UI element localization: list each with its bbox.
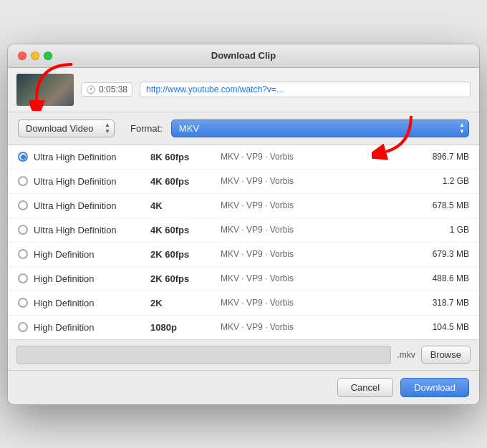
quality-name: Ultra High Definition (34, 200, 145, 211)
format-select-wrapper: MKV MP4 AVI MOV ▲ ▼ (171, 120, 469, 137)
quality-row[interactable]: Ultra High Definition4K 60fpsMKV · VP9 ·… (8, 218, 479, 243)
quality-size: 1 GB (415, 225, 469, 235)
quality-resolution: 2K 60fps (150, 249, 215, 260)
browse-button[interactable]: Browse (421, 346, 471, 364)
quality-codec: MKV · VP9 · Vorbis (221, 298, 410, 308)
download-button[interactable]: Download (400, 378, 469, 397)
quality-codec: MKV · VP9 · Vorbis (221, 200, 410, 210)
quality-row[interactable]: Ultra High Definition4K 60fpsMKV · VP9 ·… (8, 170, 479, 194)
quality-codec: MKV · VP9 · Vorbis (221, 225, 410, 235)
radio-button[interactable] (18, 152, 28, 162)
quality-codec: MKV · VP9 · Vorbis (221, 322, 410, 332)
radio-button[interactable] (18, 298, 28, 308)
quality-codec: MKV · VP9 · Vorbis (221, 152, 410, 162)
quality-list: Ultra High Definition8K 60fpsMKV · VP9 ·… (8, 145, 479, 340)
quality-row[interactable]: High Definition1080pMKV · VP9 · Vorbis10… (8, 316, 479, 339)
quality-name: High Definition (34, 249, 145, 260)
quality-size: 488.6 MB (415, 273, 469, 283)
quality-codec: MKV · VP9 · Vorbis (221, 273, 410, 283)
video-thumbnail (16, 74, 74, 106)
footer-actions: Cancel Download (8, 371, 479, 404)
type-select-wrapper: Download Video ▲ ▼ (18, 120, 115, 137)
quality-row[interactable]: High Definition2K 60fpsMKV · VP9 · Vorbi… (8, 243, 479, 267)
minimize-button[interactable] (31, 52, 39, 60)
maximize-button[interactable] (44, 52, 52, 60)
quality-row[interactable]: High Definition2KMKV · VP9 · Vorbis318.7… (8, 291, 479, 316)
quality-size: 104.5 MB (415, 322, 469, 332)
quality-name: High Definition (34, 273, 145, 284)
file-extension: .mkv (397, 350, 415, 360)
clock-icon: 🕐 (86, 85, 96, 94)
quality-size: 896.7 MB (415, 152, 469, 162)
quality-resolution: 2K (150, 298, 215, 308)
quality-resolution: 1080p (150, 322, 215, 333)
save-path-input[interactable] (16, 346, 391, 364)
quality-size: 318.7 MB (415, 298, 469, 308)
toolbar: Download Video ▲ ▼ Format: MKV MP4 AVI M… (8, 112, 479, 145)
main-window: Download Clip 🕐 0:05:38 http://www.youtu… (7, 44, 480, 405)
traffic-lights (18, 52, 52, 60)
footer-path: .mkv Browse (8, 340, 479, 371)
quality-row[interactable]: Ultra High Definition8K 60fpsMKV · VP9 ·… (8, 145, 479, 170)
quality-name: Ultra High Definition (34, 225, 145, 235)
quality-size: 678.5 MB (415, 200, 469, 210)
quality-resolution: 4K (150, 200, 215, 211)
quality-resolution: 4K 60fps (150, 176, 215, 187)
quality-name: High Definition (34, 322, 145, 333)
quality-name: High Definition (34, 298, 145, 308)
radio-button[interactable] (18, 249, 28, 259)
quality-codec: MKV · VP9 · Vorbis (221, 249, 410, 259)
quality-codec: MKV · VP9 · Vorbis (221, 176, 410, 186)
quality-name: Ultra High Definition (34, 152, 145, 162)
titlebar: Download Clip (8, 44, 479, 68)
url-display: http://www.youtube.com/watch?v=... (140, 82, 471, 97)
format-select[interactable]: MKV MP4 AVI MOV (171, 120, 469, 137)
duration-text: 0:05:38 (99, 84, 127, 94)
quality-resolution: 4K 60fps (150, 225, 215, 235)
window-title: Download Clip (211, 50, 276, 61)
quality-row[interactable]: High Definition2K 60fpsMKV · VP9 · Vorbi… (8, 267, 479, 291)
quality-row[interactable]: Ultra High Definition4KMKV · VP9 · Vorbi… (8, 194, 479, 218)
quality-name: Ultra High Definition (34, 176, 145, 187)
browser-bar: 🕐 0:05:38 http://www.youtube.com/watch?v… (8, 68, 479, 112)
type-select[interactable]: Download Video (18, 120, 115, 137)
quality-resolution: 2K 60fps (150, 273, 215, 284)
duration-badge: 🕐 0:05:38 (81, 82, 132, 97)
radio-button[interactable] (18, 273, 28, 283)
quality-size: 1.2 GB (415, 176, 469, 186)
radio-button[interactable] (18, 225, 28, 235)
format-label: Format: (130, 123, 163, 134)
cancel-button[interactable]: Cancel (337, 378, 393, 397)
radio-button[interactable] (18, 322, 28, 332)
radio-button[interactable] (18, 176, 28, 186)
close-button[interactable] (18, 52, 26, 60)
radio-button[interactable] (18, 200, 28, 210)
quality-resolution: 8K 60fps (150, 152, 215, 162)
quality-size: 679.3 MB (415, 249, 469, 259)
